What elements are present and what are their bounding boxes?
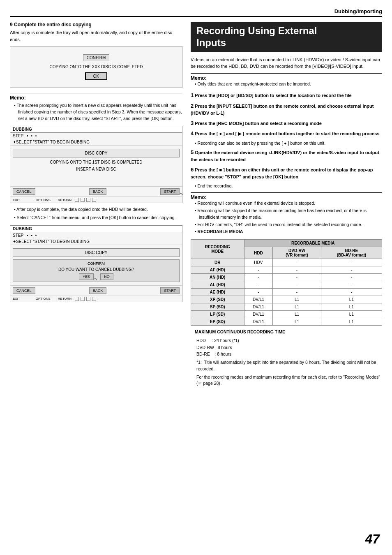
table-cell-mode: AL (HD) xyxy=(191,281,244,289)
right-memo-1: Memo: • Only titles that are not copyrig… xyxy=(191,73,382,88)
table-cell-hdd: - xyxy=(244,281,273,289)
dubbing-screen-2: DUBBING STEP • • • ✦SELECT "START" TO BE… xyxy=(10,225,182,302)
remote-squares xyxy=(75,198,96,202)
step9-body: After copy is complete the tray will ope… xyxy=(10,29,182,43)
table-row: EP (SD) DV/L1 L1 L1 xyxy=(191,318,382,326)
table-row: AE (HD) - - - xyxy=(191,289,382,296)
max-rec-hdd: HDD : 24 hours (*1) xyxy=(196,337,382,344)
dubbing1-start-btn[interactable]: START ↖ xyxy=(160,188,180,195)
table-dvd-header: DVD-RW(VR format) xyxy=(273,247,321,259)
dubbing2-cancel-btn[interactable]: CANCEL xyxy=(13,287,35,294)
table-cell-bd: L1 xyxy=(321,303,382,311)
right-memo2-item-3: • For HDV contents, "DR" will be used to… xyxy=(195,222,382,228)
table-cell-mode: XP (SD) xyxy=(191,296,244,303)
table-cell-dvd: - xyxy=(273,281,321,289)
max-rec-dvd: DVD-RW : 8 hours xyxy=(196,344,382,351)
table-cell-hdd: DV/L1 xyxy=(244,296,273,303)
table-cell-dvd: L1 xyxy=(273,318,321,326)
dubbing2-step-label: STEP xyxy=(13,233,23,238)
page-header: Dubbing/Importing xyxy=(10,8,382,17)
table-cell-hdd: HDV xyxy=(244,259,273,266)
remote-sq-4 xyxy=(92,198,96,202)
section-title: Recording Using External Inputs xyxy=(196,25,376,49)
dubbing1-msg1: COPYING ONTO THE 1ST DISC IS COMPLETED xyxy=(13,160,180,164)
dubbing2-select-msg: ✦SELECT "START" TO BEGIN DUBBING xyxy=(10,238,182,245)
table-row: AL (HD) - - - xyxy=(191,281,382,289)
remote-squares-2 xyxy=(75,297,96,301)
dubbing1-step-row: STEP • • • xyxy=(10,133,182,139)
table-cell-hdd: - xyxy=(244,274,273,281)
memo-item-1: • The screen prompting you to insert a n… xyxy=(14,102,182,122)
right-memo-item-1: • Only titles that are not copyright-pro… xyxy=(195,81,382,88)
section-title-box: Recording Using External Inputs xyxy=(191,22,382,52)
dubbing2-confirm-inner: CONFIRM DO YOU WANT TO CANCEL DUBBING? Y… xyxy=(13,259,180,282)
step9-heading: 9 Complete the entire disc copying xyxy=(10,22,182,28)
remote-sq-6 xyxy=(81,297,85,301)
step-5: 5 Operate the external device using i.LI… xyxy=(191,148,382,163)
dubbing2-body: DISC COPY CONFIRM DO YOU WANT TO CANCEL … xyxy=(10,245,182,285)
dubbing2-back-btn[interactable]: BACK xyxy=(89,287,107,294)
table-cell-dvd: - xyxy=(273,289,321,296)
table-cell-dvd: L1 xyxy=(273,296,321,303)
intro-text: Videos on an external device that is con… xyxy=(191,56,382,70)
dubbing1-copy-label: DISC COPY xyxy=(13,149,180,157)
dubbing2-remote-bar: EXIT OPTIONS RETURN xyxy=(10,296,182,302)
remote-sq-8 xyxy=(92,297,96,301)
table-cell-mode: EP (SD) xyxy=(191,318,244,326)
dubbing1-cancel-btn[interactable]: CANCEL xyxy=(13,188,35,195)
header-title: Dubbing/Importing xyxy=(334,8,382,14)
step-4: 4 Press the [ ● ] and [ ▶ ] remote contr… xyxy=(191,130,382,138)
dubbing2-yes-btn[interactable]: YES ↖ xyxy=(79,273,94,280)
table-cell-mode: AN (HD) xyxy=(191,274,244,281)
screen1-confirm-label: CONFIRM xyxy=(83,54,110,61)
exit-label-2: EXIT xyxy=(13,297,20,301)
remote-sq-7 xyxy=(86,297,90,301)
right-column: Recording Using External Inputs Videos o… xyxy=(191,22,382,547)
step-1: 1 Press the [HDD] or [BD/SD] button to s… xyxy=(191,91,382,99)
right-memo2-item-2: • Recording will be stopped if the maxim… xyxy=(195,208,382,221)
table-col1-header: RECORDINGMODE xyxy=(191,240,244,259)
dubbing1-back-btn[interactable]: BACK xyxy=(89,188,107,195)
dubbing2-step-row: STEP • • • xyxy=(10,232,182,238)
right-memo2-title: Memo: xyxy=(191,194,207,200)
table-cell-mode: LP (SD) xyxy=(191,311,244,318)
cursor-icon-3: ↖ xyxy=(94,277,97,281)
table-cell-mode: AE (HD) xyxy=(191,289,244,296)
table-cell-mode: DR xyxy=(191,259,244,266)
right-memo2-item-4: • RECORDABLE MEDIA xyxy=(195,229,382,235)
table-cell-bd: - xyxy=(321,281,382,289)
screen1-box: CONFIRM COPYING ONTO THE XXX DISC IS COM… xyxy=(10,46,182,88)
footnote2: For the recording modes and maximum reco… xyxy=(196,374,382,387)
remote-sq-1 xyxy=(75,198,79,202)
right-memo-title: Memo: xyxy=(191,75,207,81)
table-cell-bd: - xyxy=(321,266,382,274)
right-memo-2: Memo: • Recording will continue even if … xyxy=(191,192,382,235)
table-cell-dvd: L1 xyxy=(273,311,321,318)
dubbing1-remote-bar: EXIT OPTIONS RETURN xyxy=(10,197,182,203)
remote-sq-5 xyxy=(75,297,79,301)
table-cell-hdd: DV/L1 xyxy=(244,318,273,326)
table-row: AF (HD) - - - xyxy=(191,266,382,274)
table-row: LP (SD) DV/L1 L1 L1 xyxy=(191,311,382,318)
step-2: 2 Press the [INPUT SELECT] button on the… xyxy=(191,102,382,117)
remote-sq-3 xyxy=(86,198,90,202)
screen1-ok-btn[interactable]: OK xyxy=(85,72,107,80)
dubbing2-dots: • • • xyxy=(27,233,37,238)
exit-label: EXIT xyxy=(13,198,20,202)
options-label-2: OPTIONS xyxy=(36,297,51,301)
dubbing2-start-btn[interactable]: START xyxy=(160,287,180,294)
max-rec-bd: BD-RE : 8 hours xyxy=(196,351,382,358)
dubbing1-dots: • • • xyxy=(27,134,37,138)
step4-bullet: • Recording can also be start by pressin… xyxy=(195,140,382,147)
table-hdd-header: HDD xyxy=(244,247,273,259)
dubbing1-msg2: INSERT A NEW DISC xyxy=(13,167,180,171)
table-cell-dvd: L1 xyxy=(273,303,321,311)
page: Dubbing/Importing 9 Complete the entire … xyxy=(0,0,392,555)
table-cell-hdd: DV/L1 xyxy=(244,311,273,318)
return-label: RETURN xyxy=(58,198,71,202)
dubbing2-no-btn[interactable]: NO xyxy=(100,273,113,280)
table-cell-dvd: - xyxy=(273,259,321,266)
content-area: 9 Complete the entire disc copying After… xyxy=(10,22,382,547)
table-cell-hdd: - xyxy=(244,289,273,296)
table-row: DR HDV - - xyxy=(191,259,382,266)
